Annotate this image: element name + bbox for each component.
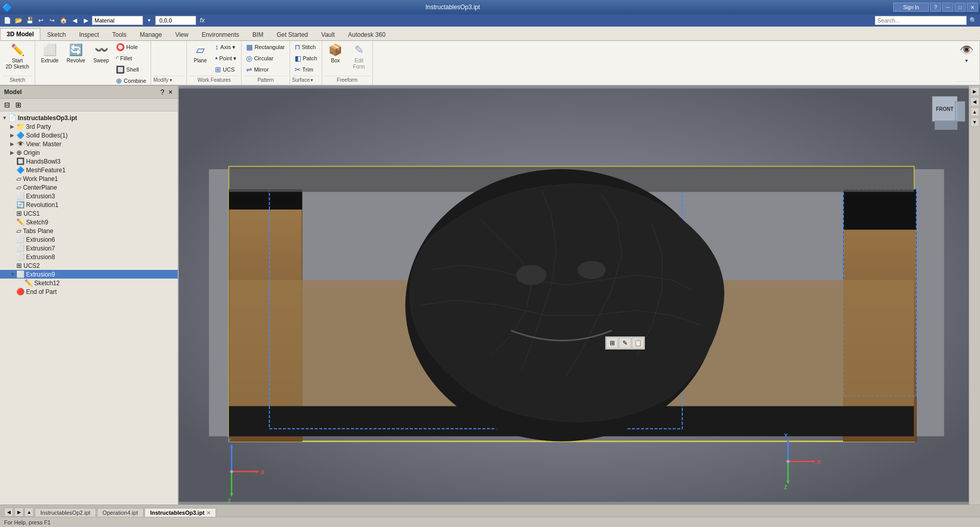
model-panel-close[interactable]: × xyxy=(168,88,174,96)
expand-arrow-extrusion9[interactable]: ▼ xyxy=(10,271,16,277)
circular-button[interactable]: ◎ Circular xyxy=(244,53,287,63)
ucs-button[interactable]: ⊞ UCS xyxy=(212,64,239,75)
shell-button[interactable]: 🔲 Shell xyxy=(113,64,149,75)
fillet-button[interactable]: ◜ Fillet xyxy=(113,53,149,63)
tree-item-ucs1[interactable]: ▶ ⊞ UCS1 xyxy=(0,209,178,218)
undo-button[interactable]: ↩ xyxy=(36,15,46,26)
model-panel-help[interactable]: ? xyxy=(159,88,165,96)
vtab-close-op3[interactable]: ✕ xyxy=(206,510,210,516)
start-2d-sketch-button[interactable]: ✏️ Start2D Sketch xyxy=(2,42,33,72)
rectangular-button[interactable]: ▦ Rectangular xyxy=(244,42,287,52)
tree-item-viewmaster[interactable]: ▶ 👁️ View: Master xyxy=(0,140,178,148)
tree-item-handsbowl3[interactable]: ▶ 🔲 HandsBowl3 xyxy=(0,157,178,166)
modify-dropdown-arrow[interactable]: ▾ xyxy=(170,77,172,83)
edge-btn-4[interactable]: ▼ xyxy=(970,118,979,127)
revolve-button[interactable]: 🔄 Revolve xyxy=(63,42,89,65)
vtab-scroll-left[interactable]: ◀ xyxy=(4,508,13,517)
tree-item-revolution1[interactable]: ▶ 🔄 Revolution1 xyxy=(0,200,178,209)
tree-item-extrusion9[interactable]: ▼ ⬜ Extrusion9 xyxy=(0,270,178,279)
tree-item-sketch12[interactable]: ▶ ✏️ Sketch12 xyxy=(0,279,178,287)
tree-item-extrusion7[interactable]: ▶ ⬜ Extrusion7 xyxy=(0,244,178,253)
mirror-button[interactable]: ⇌ Mirror xyxy=(244,64,287,75)
filter-button[interactable]: ⊟ xyxy=(2,100,12,110)
tab-getstarted[interactable]: Get Started xyxy=(270,28,315,40)
view-options-button[interactable]: 👁️ ▾ xyxy=(955,42,977,65)
tree-item-extrusion8[interactable]: ▶ ⬜ Extrusion8 xyxy=(0,253,178,261)
open-button[interactable]: 📂 xyxy=(13,15,23,26)
tree-item-tabsplane[interactable]: ▶ ▱ Tabs Plane xyxy=(0,226,178,235)
nav-cube[interactable]: FRONT xyxy=(927,96,963,132)
extrude-button[interactable]: ⬜ Extrude xyxy=(37,42,62,65)
tab-environments[interactable]: Environments xyxy=(195,28,246,40)
navcube-bottom-face[interactable] xyxy=(935,121,958,130)
mini-btn-1[interactable]: ⊞ xyxy=(606,337,618,349)
material-selector[interactable] xyxy=(92,16,143,25)
edge-btn-3[interactable]: ▲ xyxy=(970,107,979,117)
edge-btn-2[interactable]: ◀ xyxy=(970,97,979,106)
vtab-scroll-up[interactable]: ▲ xyxy=(25,508,34,517)
tree-item-workplane1[interactable]: ▶ ▱ Work Plane1 xyxy=(0,174,178,183)
fx-button[interactable]: fx xyxy=(197,15,207,26)
viewport-tab-op4[interactable]: Operation4.ipt xyxy=(97,508,144,517)
mini-btn-3[interactable]: 📋 xyxy=(632,337,644,349)
axis-button[interactable]: ↕ Axis ▾ xyxy=(212,42,239,52)
tree-item-meshfeature1[interactable]: ▶ 🔷 MeshFeature1 xyxy=(0,166,178,174)
close-button[interactable]: ✕ xyxy=(967,3,978,12)
expand-arrow-solidbodies[interactable]: ▶ xyxy=(10,132,16,138)
tree-item-origin[interactable]: ▶ ⊕ Origin xyxy=(0,148,178,157)
sign-in-button[interactable]: Sign In xyxy=(893,3,929,12)
viewport-tab-op2[interactable]: InstructablesOp2.ipt xyxy=(35,508,96,517)
expand-arrow-root[interactable]: ▼ xyxy=(2,115,8,121)
redo-button[interactable]: ↪ xyxy=(47,15,57,26)
hole-button[interactable]: ⭕ Hole xyxy=(113,42,149,52)
expand-arrow-3rdparty[interactable]: ▶ xyxy=(10,124,16,129)
stitch-button[interactable]: ⊓ Stitch xyxy=(292,42,320,52)
navcube-right-face[interactable] xyxy=(955,101,965,122)
vtab-scroll-right[interactable]: ▶ xyxy=(14,508,23,517)
expand-arrow-origin[interactable]: ▶ xyxy=(10,150,16,155)
forward-button[interactable]: ▶ xyxy=(81,15,91,26)
point-button[interactable]: • Point ▾ xyxy=(212,53,239,63)
tree-item-3rdparty[interactable]: ▶ 📁 3rd Party xyxy=(0,122,178,131)
box-button[interactable]: 📦 Box xyxy=(324,42,347,65)
tree-item-endofpart[interactable]: ▶ 🔴 End of Part xyxy=(0,287,178,296)
tree-item-extrusion3[interactable]: ▶ ⬜ Extrusion3 xyxy=(0,192,178,200)
tab-bim[interactable]: BIM xyxy=(246,28,270,40)
coordinate-display[interactable] xyxy=(155,16,196,25)
tab-manage[interactable]: Manage xyxy=(133,28,169,40)
new-button[interactable]: 📄 xyxy=(2,15,12,26)
tab-autodesk360[interactable]: Autodesk 360 xyxy=(341,28,392,40)
surface-dropdown-arrow[interactable]: ▾ xyxy=(310,77,313,83)
tree-item-ucs2[interactable]: ▶ ⊞ UCS2 xyxy=(0,261,178,270)
viewport-tab-op3[interactable]: InstructablesOp3.ipt ✕ xyxy=(145,508,216,517)
edge-btn-1[interactable]: ▶ xyxy=(970,87,979,96)
mini-btn-2[interactable]: ✎ xyxy=(619,337,631,349)
patch-button[interactable]: ◧ Patch xyxy=(292,53,320,63)
tab-tools[interactable]: Tools xyxy=(106,28,133,40)
trim-button[interactable]: ✂ Trim xyxy=(292,64,320,75)
viewport[interactable]: Y X Z Y X xyxy=(179,86,969,505)
search-icon[interactable]: 🔍 xyxy=(968,15,978,26)
tab-vault[interactable]: Vault xyxy=(315,28,341,40)
tab-view[interactable]: View xyxy=(169,28,195,40)
plane-button[interactable]: ▱ Plane xyxy=(189,42,211,65)
sweep-button[interactable]: 〰️ Sweep xyxy=(90,42,113,65)
tree-item-sketch9[interactable]: ▶ ✏️ Sketch9 xyxy=(0,218,178,226)
tree-item-solidbodies[interactable]: ▶ 🔷 Solid Bodies(1) xyxy=(0,131,178,140)
tab-3dmodel[interactable]: 3D Model xyxy=(0,28,40,40)
expand-all-button[interactable]: ⊞ xyxy=(13,100,23,110)
navcube-front-face[interactable]: FRONT xyxy=(932,96,958,122)
tree-item-extrusion6[interactable]: ▶ ⬜ Extrusion6 xyxy=(0,235,178,244)
search-input[interactable] xyxy=(875,16,967,25)
expand-arrow-viewmaster[interactable]: ▶ xyxy=(10,141,16,147)
tab-sketch[interactable]: Sketch xyxy=(40,28,73,40)
save-button[interactable]: 💾 xyxy=(25,15,35,26)
minimize-button[interactable]: ─ xyxy=(942,3,953,12)
combine-button[interactable]: ⊕ Combine xyxy=(113,76,149,86)
tree-item-centerplane[interactable]: ▶ ▱ CenterPlane xyxy=(0,183,178,192)
back-button[interactable]: ◀ xyxy=(69,15,80,26)
material-arrow[interactable]: ▼ xyxy=(144,15,154,26)
maximize-button[interactable]: □ xyxy=(954,3,966,12)
tab-inspect[interactable]: Inspect xyxy=(73,28,106,40)
editform-button[interactable]: ✎ EditForm xyxy=(348,42,370,72)
